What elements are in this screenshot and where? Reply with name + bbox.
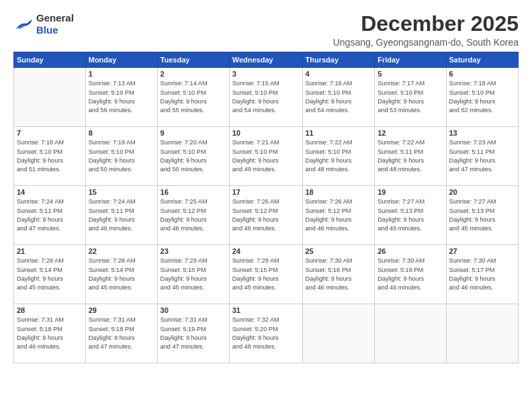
day-number: 30 bbox=[161, 306, 226, 314]
calendar-day-cell: 26Sunrise: 7:30 AMSunset: 5:16 PMDayligh… bbox=[375, 245, 446, 304]
day-number: 2 bbox=[161, 70, 226, 78]
day-number: 29 bbox=[89, 306, 154, 314]
calendar-day-cell: 4Sunrise: 7:16 AMSunset: 5:10 PMDaylight… bbox=[302, 68, 375, 127]
day-number: 5 bbox=[378, 70, 443, 78]
calendar-header-cell: Wednesday bbox=[229, 52, 302, 68]
calendar-day-cell bbox=[375, 304, 446, 363]
calendar-day-cell: 12Sunrise: 7:22 AMSunset: 5:11 PMDayligh… bbox=[375, 127, 446, 186]
calendar-day-cell: 1Sunrise: 7:13 AMSunset: 5:10 PMDaylight… bbox=[85, 68, 157, 127]
calendar-header-cell: Monday bbox=[85, 52, 157, 68]
day-detail: Sunrise: 7:22 AMSunset: 5:10 PMDaylight:… bbox=[306, 138, 372, 174]
calendar-day-cell bbox=[302, 304, 375, 363]
calendar-header-cell: Saturday bbox=[446, 52, 519, 68]
calendar-day-cell: 23Sunrise: 7:29 AMSunset: 5:15 PMDayligh… bbox=[157, 245, 229, 304]
calendar-header-cell: Friday bbox=[375, 52, 446, 68]
calendar-day-cell: 24Sunrise: 7:29 AMSunset: 5:15 PMDayligh… bbox=[229, 245, 302, 304]
calendar-header-cell: Tuesday bbox=[157, 52, 229, 68]
day-number: 1 bbox=[89, 70, 154, 78]
day-number: 25 bbox=[306, 247, 372, 255]
main-title: December 2025 bbox=[333, 12, 519, 36]
calendar-day-cell: 15Sunrise: 7:24 AMSunset: 5:11 PMDayligh… bbox=[85, 186, 157, 245]
day-number: 4 bbox=[306, 70, 372, 78]
day-detail: Sunrise: 7:21 AMSunset: 5:10 PMDaylight:… bbox=[232, 138, 300, 174]
day-detail: Sunrise: 7:30 AMSunset: 5:16 PMDaylight:… bbox=[306, 257, 372, 292]
calendar-day-cell: 17Sunrise: 7:26 AMSunset: 5:12 PMDayligh… bbox=[229, 186, 302, 245]
day-detail: Sunrise: 7:20 AMSunset: 5:10 PMDaylight:… bbox=[161, 138, 226, 174]
calendar-day-cell: 29Sunrise: 7:31 AMSunset: 5:18 PMDayligh… bbox=[85, 304, 157, 363]
day-detail: Sunrise: 7:18 AMSunset: 5:10 PMDaylight:… bbox=[449, 79, 516, 115]
calendar-header-row: SundayMondayTuesdayWednesdayThursdayFrid… bbox=[14, 52, 519, 68]
day-detail: Sunrise: 7:13 AMSunset: 5:10 PMDaylight:… bbox=[89, 79, 154, 115]
day-number: 14 bbox=[17, 188, 83, 196]
header: General Blue December 2025 Ungsang, Gyeo… bbox=[13, 12, 519, 48]
day-detail: Sunrise: 7:24 AMSunset: 5:11 PMDaylight:… bbox=[89, 197, 154, 233]
logo-icon bbox=[13, 17, 34, 32]
day-number: 26 bbox=[378, 247, 443, 255]
day-number: 6 bbox=[449, 70, 516, 78]
day-number: 3 bbox=[232, 70, 300, 78]
calendar-day-cell: 8Sunrise: 7:19 AMSunset: 5:10 PMDaylight… bbox=[85, 127, 157, 186]
calendar-week-row: 28Sunrise: 7:31 AMSunset: 5:18 PMDayligh… bbox=[14, 304, 519, 363]
day-detail: Sunrise: 7:31 AMSunset: 5:19 PMDaylight:… bbox=[161, 316, 226, 351]
day-number: 18 bbox=[306, 188, 372, 196]
calendar-day-cell: 9Sunrise: 7:20 AMSunset: 5:10 PMDaylight… bbox=[157, 127, 229, 186]
calendar-day-cell: 31Sunrise: 7:32 AMSunset: 5:20 PMDayligh… bbox=[229, 304, 302, 363]
day-detail: Sunrise: 7:30 AMSunset: 5:16 PMDaylight:… bbox=[378, 257, 443, 292]
day-detail: Sunrise: 7:18 AMSunset: 5:10 PMDaylight:… bbox=[17, 138, 83, 174]
day-number: 8 bbox=[89, 129, 154, 137]
day-number: 13 bbox=[449, 129, 516, 137]
calendar-day-cell: 18Sunrise: 7:26 AMSunset: 5:12 PMDayligh… bbox=[302, 186, 375, 245]
day-number: 31 bbox=[232, 306, 300, 314]
day-detail: Sunrise: 7:30 AMSunset: 5:17 PMDaylight:… bbox=[449, 257, 516, 292]
calendar-week-row: 14Sunrise: 7:24 AMSunset: 5:11 PMDayligh… bbox=[14, 186, 519, 245]
day-number: 24 bbox=[232, 247, 300, 255]
day-detail: Sunrise: 7:29 AMSunset: 5:15 PMDaylight:… bbox=[232, 257, 300, 292]
title-block: December 2025 Ungsang, Gyeongsangnam-do,… bbox=[333, 12, 519, 48]
calendar-day-cell: 28Sunrise: 7:31 AMSunset: 5:18 PMDayligh… bbox=[14, 304, 86, 363]
calendar-day-cell: 10Sunrise: 7:21 AMSunset: 5:10 PMDayligh… bbox=[229, 127, 302, 186]
day-detail: Sunrise: 7:17 AMSunset: 5:10 PMDaylight:… bbox=[378, 79, 443, 115]
day-detail: Sunrise: 7:15 AMSunset: 5:10 PMDaylight:… bbox=[232, 79, 300, 115]
day-detail: Sunrise: 7:14 AMSunset: 5:10 PMDaylight:… bbox=[161, 79, 226, 115]
calendar-table: SundayMondayTuesdayWednesdayThursdayFrid… bbox=[13, 52, 519, 363]
day-detail: Sunrise: 7:27 AMSunset: 5:13 PMDaylight:… bbox=[378, 197, 443, 233]
calendar-day-cell: 27Sunrise: 7:30 AMSunset: 5:17 PMDayligh… bbox=[446, 245, 519, 304]
calendar-header-cell: Thursday bbox=[302, 52, 375, 68]
day-number: 21 bbox=[17, 247, 83, 255]
calendar-day-cell: 11Sunrise: 7:22 AMSunset: 5:10 PMDayligh… bbox=[302, 127, 375, 186]
day-detail: Sunrise: 7:26 AMSunset: 5:12 PMDaylight:… bbox=[306, 197, 372, 233]
calendar-day-cell: 21Sunrise: 7:28 AMSunset: 5:14 PMDayligh… bbox=[14, 245, 86, 304]
day-detail: Sunrise: 7:27 AMSunset: 5:13 PMDaylight:… bbox=[449, 197, 516, 233]
calendar-day-cell: 30Sunrise: 7:31 AMSunset: 5:19 PMDayligh… bbox=[157, 304, 229, 363]
calendar-day-cell bbox=[14, 68, 86, 127]
day-detail: Sunrise: 7:28 AMSunset: 5:14 PMDaylight:… bbox=[17, 257, 83, 292]
calendar-day-cell: 20Sunrise: 7:27 AMSunset: 5:13 PMDayligh… bbox=[446, 186, 519, 245]
calendar-day-cell: 14Sunrise: 7:24 AMSunset: 5:11 PMDayligh… bbox=[14, 186, 86, 245]
day-number: 19 bbox=[378, 188, 443, 196]
day-detail: Sunrise: 7:24 AMSunset: 5:11 PMDaylight:… bbox=[17, 197, 83, 233]
day-number: 11 bbox=[306, 129, 372, 137]
day-number: 9 bbox=[161, 129, 226, 137]
calendar-day-cell: 5Sunrise: 7:17 AMSunset: 5:10 PMDaylight… bbox=[375, 68, 446, 127]
day-detail: Sunrise: 7:26 AMSunset: 5:12 PMDaylight:… bbox=[232, 197, 300, 233]
calendar-week-row: 21Sunrise: 7:28 AMSunset: 5:14 PMDayligh… bbox=[14, 245, 519, 304]
day-number: 20 bbox=[449, 188, 516, 196]
calendar-day-cell: 22Sunrise: 7:28 AMSunset: 5:14 PMDayligh… bbox=[85, 245, 157, 304]
day-number: 16 bbox=[161, 188, 226, 196]
subtitle: Ungsang, Gyeongsangnam-do, South Korea bbox=[333, 37, 519, 48]
calendar-day-cell: 2Sunrise: 7:14 AMSunset: 5:10 PMDaylight… bbox=[157, 68, 229, 127]
day-detail: Sunrise: 7:31 AMSunset: 5:18 PMDaylight:… bbox=[17, 316, 83, 351]
calendar-day-cell: 16Sunrise: 7:25 AMSunset: 5:12 PMDayligh… bbox=[157, 186, 229, 245]
calendar-day-cell bbox=[446, 304, 519, 363]
day-detail: Sunrise: 7:29 AMSunset: 5:15 PMDaylight:… bbox=[161, 257, 226, 292]
day-detail: Sunrise: 7:31 AMSunset: 5:18 PMDaylight:… bbox=[89, 316, 154, 351]
calendar-day-cell: 25Sunrise: 7:30 AMSunset: 5:16 PMDayligh… bbox=[302, 245, 375, 304]
calendar-day-cell: 6Sunrise: 7:18 AMSunset: 5:10 PMDaylight… bbox=[446, 68, 519, 127]
calendar-week-row: 7Sunrise: 7:18 AMSunset: 5:10 PMDaylight… bbox=[14, 127, 519, 186]
day-detail: Sunrise: 7:25 AMSunset: 5:12 PMDaylight:… bbox=[161, 197, 226, 233]
day-number: 22 bbox=[89, 247, 154, 255]
day-detail: Sunrise: 7:19 AMSunset: 5:10 PMDaylight:… bbox=[89, 138, 154, 174]
day-number: 10 bbox=[232, 129, 300, 137]
logo: General Blue bbox=[13, 12, 74, 36]
day-number: 28 bbox=[17, 306, 83, 314]
